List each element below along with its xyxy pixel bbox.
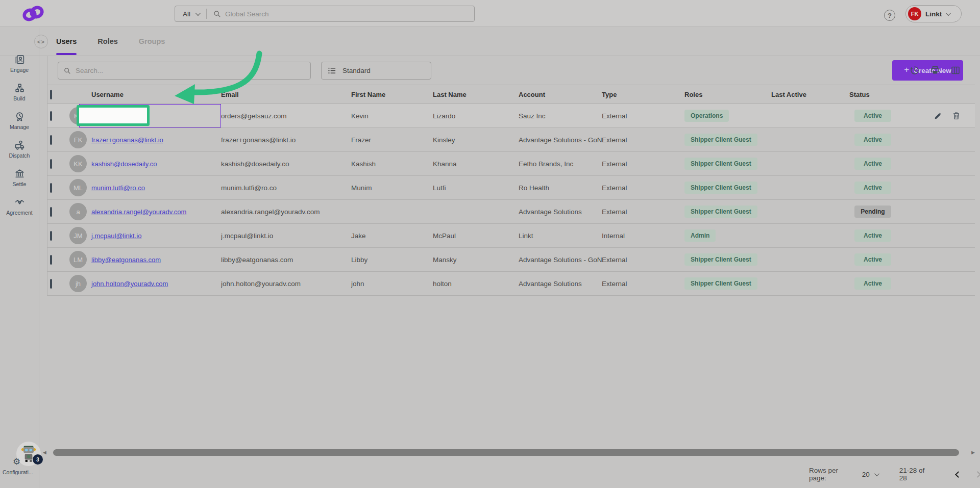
view-selector[interactable]: Standard [321,62,431,80]
history-restore-icon[interactable] [910,65,920,75]
column-header-last-name[interactable]: Last Name [433,91,519,98]
column-header-username[interactable]: Username [69,91,221,98]
username-link[interactable]: j.mcpaul@linkt.io [91,232,141,240]
scroll-left-arrow[interactable]: ◄ [42,449,47,455]
row-checkbox[interactable] [50,159,52,169]
column-header-first-name[interactable]: First Name [351,91,433,98]
delete-trash-icon[interactable] [952,111,961,120]
table-row: jh john.holton@youradv.com john.holton@y… [47,272,975,296]
role-badge: Shipper Client Guest [684,253,757,266]
row-checkbox[interactable] [50,279,52,289]
row-checkbox[interactable] [50,183,52,193]
column-header-last-active[interactable]: Last Active [771,91,849,98]
type-cell: External [602,184,684,192]
tab-groups[interactable]: Groups [139,27,165,56]
global-search-input[interactable] [225,10,474,18]
sidebar-item-settle[interactable]: Settle [0,168,39,197]
truck-pin-icon [14,140,25,150]
bank-icon [14,168,25,179]
username-link[interactable]: alexandria.rangel@youradv.com [91,208,186,216]
row-checkbox[interactable] [50,135,52,145]
table-row: LM libby@eatgonanas.com libby@eatgonanas… [47,248,975,272]
top-bar: All ? FK Linkt [0,0,980,27]
list-view-icon [328,66,336,75]
username-link[interactable]: munim.lutfi@ro.co [91,184,145,192]
search-scope-select[interactable]: All [175,10,206,18]
row-checkbox[interactable] [50,231,52,241]
scrollbar-thumb[interactable] [53,449,959,456]
username-link[interactable]: libby@eatgonanas.com [91,256,161,264]
status-badge: Pending [854,206,891,218]
rows-per-page-value: 20 [862,471,870,478]
column-header-account[interactable]: Account [519,91,602,98]
status-badge: Active [854,229,891,242]
first-name-cell: Kashish [351,160,433,168]
sidebar-item-manage[interactable]: Manage [0,111,39,140]
user-menu[interactable]: FK Linkt [905,5,962,22]
first-name-cell: Frazer [351,136,433,144]
username-link[interactable]: john.holton@youradv.com [91,280,168,288]
search-icon [213,10,221,18]
sidebar-item-dispatch[interactable]: Dispatch [0,140,39,168]
gear-icon[interactable]: ⚙ [13,456,20,467]
tab-users[interactable]: Users [56,27,77,56]
columns-icon[interactable] [950,65,961,75]
last-name-cell: holton [433,280,519,288]
sidebar-nav: Engage Build Manage Dispatch Settle [0,28,39,488]
email-cell: kashish@dosedaily.co [221,160,351,168]
role-badge: Shipper Client Guest [684,158,757,170]
column-header-type[interactable]: Type [602,91,684,98]
next-page-button[interactable] [974,471,980,477]
user-avatar: FK [908,7,921,20]
tab-roles[interactable]: Roles [97,27,118,56]
table-search-input[interactable] [76,67,305,74]
table-row: KL orders@getsauz.com orders@getsauz.com… [47,104,975,128]
username-link[interactable]: frazer+gonanas@linkt.io [91,136,163,144]
avatar: KK [69,155,87,172]
status-badge: Active [854,253,891,266]
table-row: ML munim.lutfi@ro.co munim.lutfi@ro.co m… [47,176,975,200]
select-all-checkbox[interactable] [50,90,52,99]
sidebar-item-agreement[interactable]: Agreement [0,197,39,225]
type-cell: External [602,112,684,120]
printer-icon[interactable] [930,65,940,75]
row-checkbox[interactable] [50,255,52,265]
sidebar-item-configuration[interactable]: Configurati... [3,469,38,475]
column-header-roles[interactable]: Roles [684,91,771,98]
users-panel: Standard Username Email F [47,56,975,296]
previous-page-button[interactable] [955,471,961,477]
edit-pencil-icon[interactable] [934,111,943,120]
column-header-status[interactable]: Status [849,91,918,98]
column-header-email[interactable]: Email [221,91,351,98]
sidebar-item-build[interactable]: Build [0,83,39,111]
avatar: a [69,203,87,220]
account-cell: Advantage Solutions [519,280,602,288]
global-search-bar: All [175,6,475,22]
sidebar-label: Dispatch [9,152,30,159]
username-link[interactable]: kashish@dosedaily.co [91,160,157,168]
help-icon[interactable]: ? [884,10,895,21]
account-cell: Linkt [519,232,602,240]
type-cell: External [602,136,684,144]
email-cell: j.mcpaul@linkt.io [221,232,351,240]
type-cell: External [602,208,684,216]
email-cell: frazer+gonanas@linkt.io [221,136,351,144]
table-row: KK kashish@dosedaily.co kashish@dosedail… [47,152,975,176]
row-checkbox[interactable] [50,207,52,217]
last-name-cell: Lutfi [433,184,519,192]
org-blocks-icon [14,83,25,93]
rows-per-page-select[interactable]: 20 [862,471,878,478]
email-cell: alexandria.rangel@youradv.com [221,208,351,216]
sidebar-item-engage[interactable]: Engage [0,54,39,83]
role-badge: Shipper Client Guest [684,134,757,146]
avatar: ML [69,179,87,196]
first-name-cell: Jake [351,232,433,240]
row-checkbox[interactable] [50,111,52,121]
view-selector-value: Standard [342,67,371,74]
email-cell: john.holton@youradv.com [221,280,351,288]
role-badge: Shipper Client Guest [684,206,757,218]
account-cell: Advantage Solutions [519,208,602,216]
sidebar-label: Manage [10,124,29,130]
scroll-right-arrow[interactable]: ► [970,449,976,455]
sidebar-label: Build [13,95,25,101]
